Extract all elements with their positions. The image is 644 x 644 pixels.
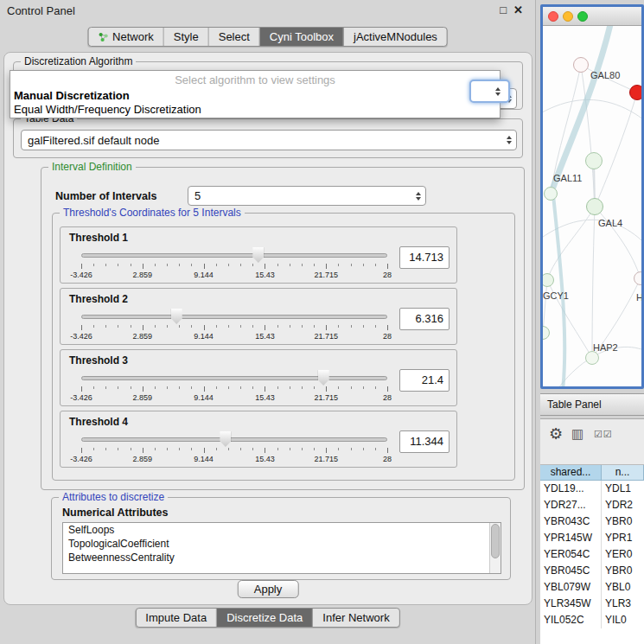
table-cell: YBR043C	[540, 513, 602, 530]
algorithm-option[interactable]: Manual Discretization	[10, 88, 500, 102]
tab-impute-data[interactable]: Impute Data	[136, 609, 217, 627]
threshold-panel: Threshold 2-3.4262.8599.14415.4321.71528…	[60, 288, 457, 345]
table-cell: YBR0	[602, 563, 644, 579]
slider-thumb[interactable]	[252, 247, 264, 263]
thresholds-group: Threshold's Coordinates for 5 Intervals …	[52, 213, 515, 481]
threshold-value-field[interactable]: 21.4	[399, 369, 450, 392]
tick-label: 28	[383, 393, 392, 402]
tick-label: 2.859	[133, 455, 153, 463]
network-node-label: GCY1	[543, 290, 569, 301]
table-panel-title: Table Panel	[547, 399, 602, 411]
threshold-slider[interactable]: -3.4262.8599.14415.4321.71528	[81, 430, 387, 465]
table-cell: YIL0	[602, 612, 644, 628]
numerical-attributes-list[interactable]: SelfLoopsTopologicalCoefficientBetweenne…	[62, 522, 501, 574]
zoom-traffic-light-icon[interactable]	[577, 11, 588, 22]
number-of-intervals-label: Number of Intervals	[55, 190, 156, 202]
algorithm-option[interactable]: Equal Width/Frequency Discretization	[10, 102, 500, 116]
tick-label: 2.859	[133, 271, 153, 279]
threshold-slider[interactable]: -3.4262.8599.14415.4321.71528	[81, 369, 387, 404]
table-cell: YBL0	[602, 579, 644, 596]
gear-icon[interactable]: ⚙	[549, 424, 563, 443]
table-row[interactable]: YDR27...YDR2	[540, 497, 644, 513]
columns-icon[interactable]: ▥	[571, 426, 583, 442]
attribute-list-item[interactable]: SelfLoops	[63, 523, 501, 537]
table-data-combobox[interactable]: galFiltered.sif default node	[21, 130, 517, 150]
list-scrollbar[interactable]	[489, 523, 501, 573]
column-header[interactable]: shared...	[540, 465, 602, 481]
threshold-panel: Threshold 4-3.4262.8599.14415.4321.71528…	[60, 411, 457, 468]
network-node-label: GAL11	[553, 173, 582, 183]
combobox-stepper-icon	[491, 87, 505, 96]
tab-infer-network[interactable]: Infer Network	[313, 609, 399, 627]
column-header[interactable]: n...	[602, 465, 644, 481]
cyni-toolbox-panel: Discretization Algorithm Select algorith…	[3, 52, 532, 605]
algorithm-dropdown-popup: Select algorithm to view settings Manual…	[10, 70, 501, 118]
attribute-list-item[interactable]: TopologicalCoefficient	[63, 537, 501, 551]
group-title: Attributes to discretize	[59, 491, 168, 503]
table-row[interactable]: YIL052CYIL0	[540, 612, 644, 628]
table-cell: YBL079W	[540, 579, 602, 596]
tab-cyni-toolbox[interactable]: Cyni Toolbox	[260, 28, 344, 46]
attribute-items: SelfLoopsTopologicalCoefficientBetweenne…	[63, 523, 501, 564]
tab-select[interactable]: Select	[209, 28, 260, 46]
combobox-stepper-icon	[411, 192, 425, 201]
slider-thumb[interactable]	[220, 431, 231, 447]
network-node[interactable]	[586, 198, 603, 215]
threshold-slider[interactable]: -3.4262.8599.14415.4321.71528	[81, 246, 387, 281]
table-cell: YPR145W	[540, 530, 602, 546]
table-cell: YPR1	[602, 530, 644, 546]
network-node[interactable]	[544, 187, 558, 201]
tab-label: Network	[112, 30, 154, 43]
table-row[interactable]: YPR145WYPR1	[540, 530, 644, 546]
slider-thumb[interactable]	[171, 309, 182, 324]
network-node[interactable]	[634, 271, 641, 285]
scrollbar-thumb[interactable]	[491, 524, 500, 558]
table-panel-header[interactable]: Table Panel	[540, 393, 644, 416]
threshold-value-field[interactable]: 6.316	[399, 308, 450, 330]
select-columns-icon[interactable]: ☑☑	[594, 429, 613, 440]
close-icon[interactable]: ✕	[513, 3, 523, 16]
table-cell: YBR045C	[540, 563, 602, 579]
tick-label: 28	[383, 332, 392, 341]
apply-button[interactable]: Apply	[238, 580, 299, 598]
network-node[interactable]	[585, 351, 599, 365]
threshold-value-field[interactable]: 14.713	[399, 246, 450, 269]
group-title: Discretization Algorithm	[21, 55, 136, 67]
tab-network[interactable]: Network	[88, 28, 164, 46]
table-row[interactable]: YDL19...YDL1	[540, 481, 644, 497]
tab-label: Style	[174, 30, 199, 43]
tab-label: jActiveMNodules	[354, 30, 437, 43]
tab-discretize-data[interactable]: Discretize Data	[217, 609, 313, 627]
algorithm-combobox-focused-corner[interactable]	[469, 80, 510, 103]
tab-jactivemnodules[interactable]: jActiveMNodules	[344, 28, 447, 46]
table-row[interactable]: YBR045CYBR0	[540, 563, 644, 579]
slider-thumb[interactable]	[318, 370, 329, 386]
attribute-list-item[interactable]: BetweennessCentrality	[63, 551, 501, 564]
float-window-icon[interactable]: □	[500, 3, 507, 16]
network-node[interactable]	[585, 152, 603, 169]
tab-style[interactable]: Style	[164, 28, 209, 46]
window-title: Control Panel	[7, 4, 75, 17]
network-node[interactable]	[629, 85, 641, 100]
network-window-titlebar[interactable]	[543, 7, 641, 26]
table-panel-window: ⚙ ▥ ☑☑ shared...n... YDL19...YDL1YDR27..…	[540, 418, 644, 644]
network-canvas[interactable]: GAL80GAL11GAL4GCY1HAP2H	[543, 26, 641, 386]
table-row[interactable]: YER054CYER0	[540, 546, 644, 563]
network-node[interactable]	[573, 57, 589, 73]
minimize-traffic-light-icon[interactable]	[563, 11, 573, 22]
number-of-intervals-combobox[interactable]: 5	[188, 186, 426, 206]
threshold-value-field[interactable]: 11.344	[399, 430, 450, 453]
tick-label: 15.43	[255, 393, 275, 402]
tick-label: -3.426	[70, 393, 92, 402]
threshold-label: Threshold 2	[69, 293, 128, 305]
network-node-label: GAL80	[590, 70, 620, 80]
table-row[interactable]: YBR043CYBR0	[540, 513, 644, 530]
table-cell: YDR2	[602, 497, 644, 513]
table-data-combobox-value: galFiltered.sif default node	[22, 134, 502, 147]
close-traffic-light-icon[interactable]	[548, 11, 558, 22]
threshold-slider[interactable]: -3.4262.8599.14415.4321.71528	[81, 308, 387, 342]
table-row[interactable]: YLR345WYLR3	[540, 596, 644, 612]
group-title: Interval Definition	[48, 161, 136, 173]
table-cell: YDR27...	[540, 497, 602, 513]
table-row[interactable]: YBL079WYBL0	[540, 579, 644, 596]
